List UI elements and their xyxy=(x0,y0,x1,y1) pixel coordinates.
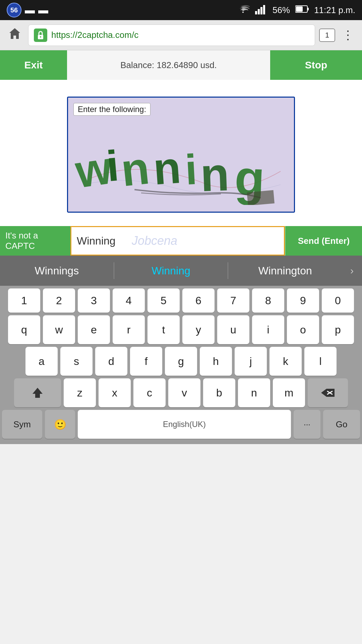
key-w[interactable]: w xyxy=(43,315,75,344)
status-bar: 56 ▬ ▬ 56% xyxy=(0,0,362,20)
menu-button[interactable]: ⋮ xyxy=(339,25,357,45)
time-display: 11:21 p.m. xyxy=(314,5,355,15)
exit-button[interactable]: Exit xyxy=(0,50,67,80)
key-2[interactable]: 2 xyxy=(43,288,75,313)
home-button[interactable] xyxy=(5,24,24,46)
keyboard-row-1: q w e r t y u i o p xyxy=(2,315,360,344)
autocomplete-bar: Winnings Winning Winnington › xyxy=(0,256,362,286)
key-v[interactable]: v xyxy=(168,378,200,407)
key-u[interactable]: u xyxy=(217,315,249,344)
key-n[interactable]: n xyxy=(238,378,270,407)
key-l[interactable]: l xyxy=(304,347,337,376)
key-4[interactable]: 4 xyxy=(113,288,145,313)
key-a[interactable]: a xyxy=(25,347,58,376)
status-icon-2: ▬ xyxy=(38,4,48,16)
captcha-prompt: Enter the following: xyxy=(73,103,150,116)
lock-icon xyxy=(34,29,47,42)
svg-rect-0 xyxy=(255,11,257,14)
svg-text:n: n xyxy=(152,142,182,194)
captcha-container: Enter the following: w i n n i n xyxy=(67,97,295,213)
keyboard-row-2: a s d f g h j k l xyxy=(2,347,360,376)
battery-text: 56% xyxy=(273,5,290,15)
key-y[interactable]: y xyxy=(182,315,215,344)
status-left: 56 ▬ ▬ xyxy=(7,3,48,17)
emoji-key[interactable]: 🙂 xyxy=(45,410,75,439)
key-q[interactable]: q xyxy=(8,315,40,344)
key-g[interactable]: g xyxy=(165,347,197,376)
tab-button[interactable]: 1 xyxy=(319,29,335,42)
autocomplete-next-arrow[interactable]: › xyxy=(342,265,362,276)
captcha-text-input[interactable] xyxy=(77,235,279,247)
key-1[interactable]: 1 xyxy=(8,288,40,313)
keyboard-row-3: z x c v b n m xyxy=(2,378,360,407)
status-icon-1: ▬ xyxy=(25,4,35,16)
key-k[interactable]: k xyxy=(269,347,302,376)
url-text: https://2captcha.com/c xyxy=(51,30,138,40)
svg-rect-5 xyxy=(307,8,309,10)
svg-point-8 xyxy=(40,36,41,38)
key-7[interactable]: 7 xyxy=(217,288,249,313)
key-b[interactable]: b xyxy=(203,378,235,407)
svg-marker-17 xyxy=(33,388,43,398)
keyboard: 1 2 3 4 5 6 7 8 9 0 q w e r t y u i o p … xyxy=(0,286,362,444)
sym-key[interactable]: Sym xyxy=(2,410,42,439)
key-3[interactable]: 3 xyxy=(78,288,110,313)
toolbar: Exit Balance: 182.64890 usd. Stop xyxy=(0,50,362,80)
svg-text:i: i xyxy=(184,146,198,194)
svg-text:n: n xyxy=(119,142,152,196)
key-5[interactable]: 5 xyxy=(147,288,180,313)
key-f[interactable]: f xyxy=(130,347,162,376)
key-p[interactable]: p xyxy=(322,315,354,344)
wifi-icon xyxy=(236,4,250,17)
notification-badge: 56 xyxy=(7,3,21,17)
svg-rect-2 xyxy=(260,7,262,14)
svg-rect-16 xyxy=(247,190,275,205)
captcha-word-area: w i n n i n g xyxy=(75,118,287,205)
autocomplete-suggestion-2[interactable]: Winnington xyxy=(228,256,342,286)
backspace-key[interactable] xyxy=(308,378,348,407)
key-0[interactable]: 0 xyxy=(322,288,354,313)
status-right: 56% 11:21 p.m. xyxy=(236,4,355,17)
autocomplete-suggestion-0[interactable]: Winnings xyxy=(0,256,114,286)
key-t[interactable]: t xyxy=(147,315,180,344)
not-captcha-label: It's not a CAPTC xyxy=(0,226,70,256)
key-6[interactable]: 6 xyxy=(182,288,215,313)
keyboard-number-row: 1 2 3 4 5 6 7 8 9 0 xyxy=(2,288,360,313)
url-bar[interactable]: https://2captcha.com/c xyxy=(28,24,315,46)
autocomplete-suggestion-1[interactable]: Winning xyxy=(114,256,228,286)
space-key[interactable]: English(UK) xyxy=(78,410,291,439)
period-key[interactable]: ··· xyxy=(294,410,320,439)
key-x[interactable]: x xyxy=(99,378,131,407)
stop-button[interactable]: Stop xyxy=(270,50,362,80)
key-r[interactable]: r xyxy=(113,315,145,344)
key-j[interactable]: j xyxy=(235,347,267,376)
svg-rect-6 xyxy=(296,6,303,12)
input-area: It's not a CAPTC Jobcena Send (Enter) xyxy=(0,226,362,256)
captcha-input-wrapper[interactable]: Jobcena xyxy=(70,226,285,256)
balance-display: Balance: 182.64890 usd. xyxy=(67,50,270,80)
svg-rect-3 xyxy=(263,5,265,14)
key-h[interactable]: h xyxy=(200,347,232,376)
key-9[interactable]: 9 xyxy=(287,288,319,313)
key-8[interactable]: 8 xyxy=(252,288,284,313)
key-z[interactable]: z xyxy=(64,378,96,407)
browser-bar: https://2captcha.com/c 1 ⋮ xyxy=(0,20,362,50)
key-c[interactable]: c xyxy=(133,378,166,407)
keyboard-bottom-row: Sym 🙂 English(UK) ··· Go xyxy=(2,410,360,439)
go-key[interactable]: Go xyxy=(323,410,360,439)
captcha-svg: w i n n i n g xyxy=(75,118,287,205)
key-o[interactable]: o xyxy=(287,315,319,344)
main-content: Enter the following: w i n n i n xyxy=(0,80,362,226)
send-button[interactable]: Send (Enter) xyxy=(285,226,362,256)
signal-icon xyxy=(255,4,267,17)
battery-icon xyxy=(295,5,309,15)
key-s[interactable]: s xyxy=(60,347,93,376)
key-m[interactable]: m xyxy=(273,378,305,407)
key-i[interactable]: i xyxy=(252,315,284,344)
key-d[interactable]: d xyxy=(95,347,127,376)
svg-rect-1 xyxy=(258,9,260,14)
key-e[interactable]: e xyxy=(78,315,110,344)
shift-key[interactable] xyxy=(14,378,61,407)
